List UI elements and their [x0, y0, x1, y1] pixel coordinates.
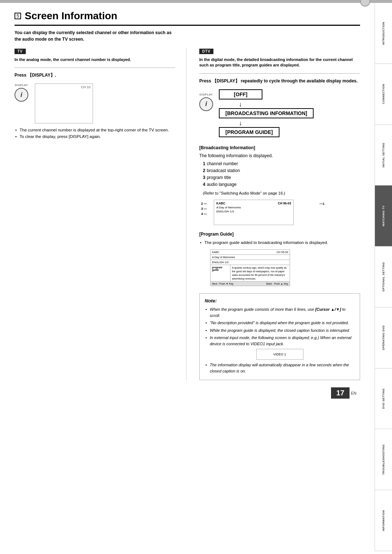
flow-box-broadcasting: [BROADCASTING INFORMATION] [219, 108, 314, 118]
pg-label: program guide [211, 265, 230, 281]
pg-body: program guide A quarter-century ago, whi… [211, 265, 290, 281]
pg-footer-left: Next : Push ▼ Key [212, 282, 233, 285]
sidebar-label-troubleshooting: TROUBLESHOOTING [382, 444, 385, 475]
pg-language: ENGLISH 1/3 [211, 260, 290, 265]
pg-content: A quarter-century ago, which may now qua… [230, 265, 290, 281]
broadcasting-info-header: [Broadcasting Information] [199, 145, 360, 150]
en-label: EN [351, 391, 356, 395]
broadcasting-item-2: 2broadcast station [203, 167, 360, 174]
broadcasting-items-list: 1channel number 2broadcast station 3prog… [203, 160, 360, 188]
note-item-4: In external input mode, the following sc… [205, 335, 355, 347]
broadcasting-item-4: 4audio language [203, 181, 360, 188]
top-bar [0, 0, 392, 3]
tv-display-button: i [15, 88, 28, 102]
sidebar-section-dvd-setting: DVD SETTING [375, 368, 392, 429]
sidebar-label-connection: CONNECTION [382, 84, 385, 104]
page-title: Screen Information [25, 10, 117, 22]
col-right-dtv: DTV In the digital mode, the detailed br… [197, 48, 360, 380]
dtv-press-instruction: Press 【DISPLAY】 repeatedly to cycle thro… [199, 78, 360, 84]
tv-ch-label: CH 10 [81, 85, 90, 89]
tv-display-area: DISPLAY i CH 10 [15, 83, 175, 123]
bs-program: A Day of Memories [216, 206, 291, 209]
note-list: When the program guide consists of more … [205, 306, 355, 347]
program-guide-bullet-1: The program guide added to broadcasting … [199, 240, 360, 246]
main-content: 5 Screen Information You can display the… [0, 3, 375, 410]
dtv-section-divider [199, 73, 360, 74]
program-guide-screen: KABC CH 95-03 A Day of Memories ENGLISH … [210, 249, 290, 286]
tv-screen-mockup: CH 10 [35, 83, 93, 123]
sidebar-section-optional-setting: OPTIONAL SETTING [375, 247, 392, 307]
bs-station: KABC [216, 201, 225, 205]
two-col-layout: TV In the analog mode, the current chann… [15, 48, 360, 380]
sidebar-label-operating-dvd: OPERATING DVD [382, 325, 385, 350]
col-left-tv: TV In the analog mode, the current chann… [15, 48, 187, 380]
flow-box-program-guide: [PROGRAM GUIDE] [219, 127, 279, 137]
pg-header: KABC CH 95-03 [211, 250, 290, 255]
pg-footer-right: Back : Push ▲ Key [266, 282, 288, 285]
sidebar-label-introduction: INTRODUCTION [382, 22, 385, 45]
page-title-wrapper: 5 Screen Information [15, 10, 360, 26]
broadcasting-item-1: 1channel number [203, 160, 360, 167]
dtv-display-icon-col: DISPLAY i [199, 93, 213, 111]
bs-ch-num: CH 95-03 [278, 201, 291, 205]
program-guide-bullets: The program guide added to broadcasting … [199, 240, 360, 246]
dtv-display-button: i [199, 97, 213, 111]
tv-badge: TV [15, 49, 26, 54]
tv-display-text: DISPLAY [15, 83, 28, 87]
broadcast-diagram: 2— 3— 4— KABC CH 95-03 A Day of Memories… [214, 200, 315, 225]
pg-program: A Day of Memories [211, 255, 290, 260]
sidebar-section-introduction: INTRODUCTION [375, 3, 392, 64]
sidebar-label-information: INFORMATION [382, 510, 385, 531]
sidebar-section-initial-setting: INITIAL SETTING [375, 125, 392, 186]
note-item-2: "No description provided" is displayed w… [205, 320, 355, 326]
sidebar-section-operating-dvd: OPERATING DVD [375, 307, 392, 368]
pg-chnum: CH 95-03 [277, 250, 288, 254]
note-item-3: While the program guide is displayed, th… [205, 327, 355, 334]
dtv-mode-desc: In the digital mode, the detailed broadc… [199, 57, 360, 68]
flow-arrow-1: ↓ [239, 101, 242, 107]
note-list-2: The information display will automatical… [205, 362, 355, 374]
program-guide-header: [Program Guide] [199, 232, 360, 237]
broadcast-screen: KABC CH 95-03 A Day of Memories ENGLISH … [214, 200, 294, 225]
pg-footer: Next : Push ▼ Key Back : Push ▲ Key [211, 281, 290, 286]
right-sidebar: INTRODUCTION CONNECTION INITIAL SETTING … [375, 3, 392, 551]
pg-station: KABC [212, 250, 219, 254]
sidebar-section-connection: CONNECTION [375, 64, 392, 125]
sidebar-label-watching-tv: WATCHING TV [382, 205, 385, 226]
sidebar-section-information: INFORMATION [375, 490, 392, 551]
tv-display-icon-col: DISPLAY i [15, 83, 28, 102]
tv-bullet-1: The current channel number is displayed … [15, 127, 175, 133]
page-subtitle: You can display the currently selected c… [15, 29, 360, 42]
note-item-5: The information display will automatical… [205, 362, 355, 374]
sidebar-section-troubleshooting: TROUBLESHOOTING [375, 429, 392, 490]
tv-press-instruction: Press 【DISPLAY】. [15, 72, 175, 78]
broadcasting-item-3: 3program title [203, 174, 360, 181]
dtv-display-text: DISPLAY [200, 93, 213, 96]
note-title: Note: [205, 298, 355, 304]
num-label-3: 3— [201, 207, 207, 211]
tv-bullet-2: To clear the display, press [DISPLAY] ag… [15, 134, 175, 140]
dtv-badge: DTV [199, 49, 213, 54]
broadcasting-intro: The following information is displayed. [199, 153, 360, 158]
flow-box-off: [OFF] [219, 89, 262, 99]
bs-language: ENGLISH 1/3 [216, 210, 291, 213]
note-item-1: When the program guide consists of more … [205, 306, 355, 318]
page-number-area: 17 EN [15, 387, 360, 399]
num-label-4: 4— [201, 212, 207, 216]
note-box: Note: When the program guide consists of… [199, 293, 360, 380]
bs-top-row: KABC CH 95-03 [216, 201, 291, 205]
sidebar-label-initial-setting: INITIAL SETTING [382, 143, 385, 167]
video-screen-tiny: VIDEO 1 [256, 349, 303, 360]
num-label-1: —1 [319, 202, 324, 205]
tv-section-divider [15, 68, 175, 68]
tv-bullet-list: The current channel number is displayed … [15, 127, 175, 140]
flow-arrow-2: ↓ [239, 120, 242, 126]
num-label-2: 2— [201, 202, 207, 205]
sidebar-label-optional-setting: OPTIONAL SETTING [382, 262, 385, 292]
tv-mode-desc: In the analog mode, the current channel … [15, 57, 175, 62]
dtv-flow-diagram: DISPLAY i [OFF] ↓ [BROADCASTING INFORMAT… [199, 89, 360, 139]
sidebar-label-dvd-setting: DVD SETTING [382, 388, 385, 409]
flow-steps: [OFF] ↓ [BROADCASTING INFORMATION] ↓ [PR… [219, 89, 314, 139]
page-number: 17 [331, 387, 349, 399]
sidebar-section-watching-tv: WATCHING TV [375, 186, 392, 247]
